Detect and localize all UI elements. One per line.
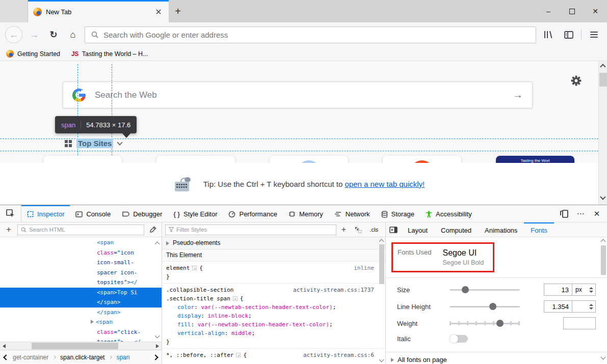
weight-input[interactable] <box>564 318 607 329</box>
newtab-search-box[interactable]: → <box>63 81 533 108</box>
tab-network[interactable]: Network <box>329 205 376 222</box>
rule-source-link[interactable]: activity-stream.css:6 <box>303 351 381 359</box>
unit-stepper-icon[interactable] <box>589 304 593 310</box>
scroll-left-icon[interactable] <box>3 344 6 348</box>
tab-performance[interactable]: Performance <box>223 205 282 222</box>
tab-console[interactable]: Console <box>70 205 116 222</box>
unit-stepper-icon[interactable] <box>589 287 593 293</box>
bookmark-tasting-the-world[interactable]: JS Tasting the World – H... <box>71 50 148 58</box>
property-value[interactable]: inline-block <box>208 313 248 319</box>
breadcrumb-item[interactable]: span.click-target <box>60 354 104 361</box>
expand-twisty-icon[interactable] <box>391 358 394 362</box>
tab-style-editor[interactable]: { } Style Editor <box>168 205 223 222</box>
property-name[interactable]: color <box>177 304 194 311</box>
search-html-box[interactable] <box>17 225 144 235</box>
class-panel-button[interactable]: .cls <box>366 227 383 233</box>
scroll-up-icon[interactable] <box>601 239 606 244</box>
tab-close-icon[interactable]: ✕ <box>153 7 164 17</box>
newtab-settings-button[interactable] <box>571 75 582 86</box>
tab-animations[interactable]: Animations <box>478 222 524 237</box>
property-value[interactable]: middle <box>231 330 252 337</box>
weight-value-box[interactable] <box>563 317 596 329</box>
forward-button[interactable]: → <box>27 27 42 42</box>
tree-line[interactable]: </span> <box>0 307 162 318</box>
tab-accessibility[interactable]: Accessibility <box>420 205 478 222</box>
size-slider[interactable] <box>450 286 520 293</box>
css-property[interactable]: fill: var(--newtab-section-header-text-c… <box>166 320 381 329</box>
property-name[interactable]: fill <box>177 321 191 328</box>
pseudo-class-button[interactable] <box>352 227 365 233</box>
italic-toggle[interactable] <box>450 335 468 343</box>
filter-styles-input[interactable] <box>176 227 333 233</box>
chevron-down-icon[interactable] <box>117 139 123 145</box>
close-window-button[interactable]: ✕ <box>584 0 607 22</box>
back-button[interactable]: ← <box>5 26 22 43</box>
filter-styles-box[interactable] <box>165 225 336 235</box>
scroll-down-icon[interactable] <box>600 194 605 200</box>
breadcrumb-item[interactable]: get-container <box>13 354 48 361</box>
highlight-selector-icon[interactable] <box>192 266 197 270</box>
scrollbar-thumb[interactable] <box>32 343 118 349</box>
tree-line-selected[interactable]: </span> <box>0 297 162 307</box>
highlight-selector-icon[interactable] <box>236 353 241 357</box>
scrollbar-thumb[interactable] <box>601 245 606 275</box>
pick-element-button[interactable] <box>0 205 21 222</box>
responsive-design-mode-button[interactable] <box>556 205 572 222</box>
scrollbar-thumb[interactable] <box>379 244 384 284</box>
tree-line[interactable]: target"> … </ <box>0 337 162 342</box>
bookmark-getting-started[interactable]: Getting Started <box>6 50 60 58</box>
scrollbar-thumb[interactable] <box>599 73 607 87</box>
scroll-right-icon[interactable] <box>156 344 159 348</box>
tab-storage[interactable]: Storage <box>376 205 420 222</box>
breadcrumb-item-selected[interactable]: span <box>116 354 129 361</box>
tree-line[interactable]: <span <box>0 317 162 327</box>
all-fonts-section-header[interactable]: All fonts on page <box>386 352 607 364</box>
new-tab-button[interactable]: + <box>169 0 187 22</box>
page-scrollbar[interactable] <box>598 61 607 205</box>
property-value[interactable]: var(--newtab-section-header-text-color) <box>198 321 329 328</box>
size-value-box[interactable] <box>544 284 572 296</box>
rules-list[interactable]: Pseudo-elements This Element inlineeleme… <box>162 237 385 364</box>
url-bar[interactable] <box>85 26 536 43</box>
line-height-slider[interactable] <box>450 303 520 310</box>
tree-line[interactable]: spacer icon- <box>0 268 162 278</box>
rule-source-link[interactable]: activity-stream.css:1737 <box>293 286 381 294</box>
css-property[interactable]: vertical-align: middle; <box>166 329 381 338</box>
url-input[interactable] <box>103 31 530 39</box>
highlight-selector-icon[interactable] <box>233 296 237 301</box>
line-height-unit-box[interactable] <box>572 300 596 313</box>
tree-line[interactable]: class="icon <box>0 248 162 258</box>
property-name[interactable]: vertical-align <box>177 330 225 337</box>
search-html-input[interactable] <box>29 227 141 233</box>
reload-button[interactable]: ↻ <box>46 27 61 42</box>
eyedropper-button[interactable] <box>146 226 160 233</box>
tree-line-selected[interactable]: <span>Top Si <box>0 288 162 298</box>
rule-collapsible-section[interactable]: activity-stream.css:1737.collapsible-sec… <box>162 284 385 349</box>
tree-line[interactable]: class="click- <box>0 327 162 338</box>
add-node-button[interactable]: + <box>2 225 15 234</box>
tree-line[interactable]: <span <box>0 238 162 248</box>
tree-line[interactable]: topsites"></ <box>0 277 162 288</box>
pseudo-elements-header[interactable]: Pseudo-elements <box>162 237 385 249</box>
line-height-value-box[interactable] <box>544 300 572 313</box>
property-value[interactable]: var(--newtab-section-header-text-color) <box>201 304 332 311</box>
tab-computed[interactable]: Computed <box>434 222 478 237</box>
rule-source[interactable]: inline <box>354 264 381 272</box>
tab-fonts[interactable]: Fonts <box>524 222 554 237</box>
tip-link[interactable]: open a new tab quickly! <box>345 180 425 188</box>
sidebar-expand-button[interactable] <box>386 222 401 237</box>
library-button[interactable] <box>540 27 557 42</box>
size-input[interactable] <box>544 286 572 294</box>
size-unit-box[interactable]: px <box>572 284 596 296</box>
home-button[interactable]: ⌂ <box>65 27 81 42</box>
rule-universal[interactable]: activity-stream.css:6*, ::before, ::afte… <box>162 349 385 361</box>
minimize-button[interactable]: – <box>537 0 560 22</box>
css-property[interactable]: display: inline-block; <box>166 312 381 320</box>
expand-twisty-icon[interactable] <box>166 241 169 245</box>
meatball-menu-button[interactable]: ⋯ <box>572 205 589 222</box>
breadcrumb-back-icon[interactable] <box>3 354 9 360</box>
tab-debugger[interactable]: Debugger <box>116 205 168 222</box>
markup-horizontal-scrollbar[interactable] <box>0 342 162 350</box>
breadcrumb-forward-icon[interactable] <box>152 354 158 360</box>
newtab-search-input[interactable] <box>95 90 504 100</box>
